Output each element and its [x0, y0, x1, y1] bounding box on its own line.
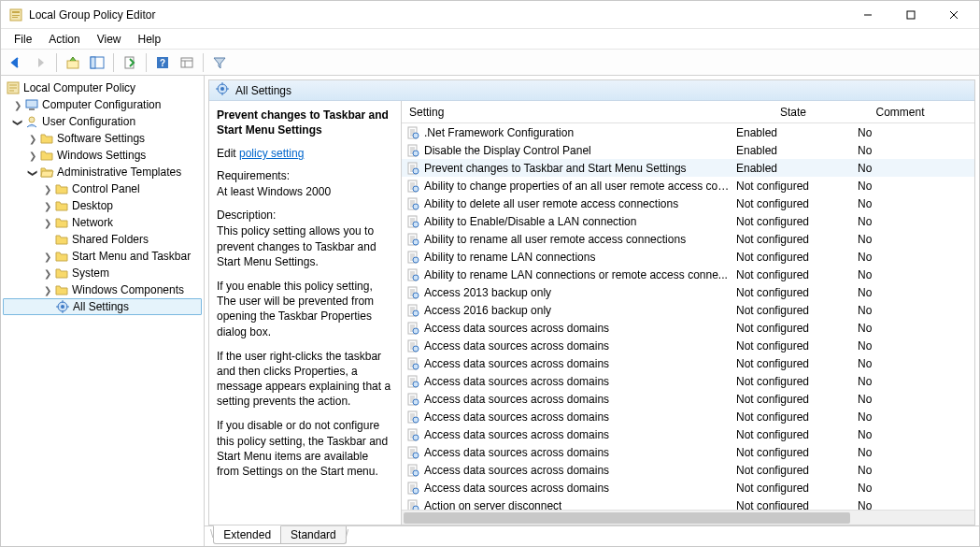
hscrollbar[interactable] — [402, 510, 974, 525]
list-item[interactable]: Ability to change properties of an all u… — [402, 177, 974, 194]
show-hide-tree-button[interactable] — [86, 51, 108, 74]
list-item[interactable]: Ability to Enable/Disable a LAN connecti… — [402, 212, 974, 230]
policy-item-icon — [405, 481, 420, 496]
setting-state: Not configured — [732, 393, 854, 406]
tree-shared-folders[interactable]: Shared Folders — [3, 231, 202, 248]
col-comment[interactable]: Comment — [854, 106, 974, 119]
policy-title: Prevent changes to Taskbar and Start Men… — [217, 108, 393, 137]
expand-icon[interactable]: ❯ — [42, 201, 53, 211]
setting-state: Not configured — [732, 197, 854, 210]
back-button[interactable] — [5, 51, 27, 74]
tree-desktop[interactable]: ❯Desktop — [3, 197, 202, 214]
tree-start-taskbar[interactable]: ❯Start Menu and Taskbar — [3, 248, 202, 265]
setting-state: Not configured — [732, 499, 854, 511]
tab-extended[interactable]: Extended — [213, 525, 281, 544]
list-item[interactable]: Prevent changes to Taskbar and Start Men… — [402, 159, 974, 177]
description-p3: If the user right-clicks the taskbar and… — [217, 349, 393, 410]
folder-icon — [39, 131, 54, 146]
col-state[interactable]: State — [732, 106, 854, 119]
tab-strip: Extended Standard — [205, 525, 979, 546]
menu-action[interactable]: Action — [41, 31, 87, 48]
list-item[interactable]: Ability to rename all user remote access… — [402, 230, 974, 248]
minimize-button[interactable] — [846, 1, 889, 29]
maximize-button[interactable] — [889, 1, 932, 29]
list-item[interactable]: .Net Framework ConfigurationEnabledNo — [402, 123, 974, 141]
list-item[interactable]: Access data sources across domainsNot co… — [402, 337, 974, 354]
expand-icon[interactable]: ❯ — [12, 100, 23, 110]
requirements-text: At least Windows 2000 — [217, 184, 393, 199]
list-item[interactable]: Access data sources across domainsNot co… — [402, 443, 974, 461]
list-item[interactable]: Access data sources across domainsNot co… — [402, 461, 974, 479]
list-item[interactable]: Access data sources across domainsNot co… — [402, 425, 974, 443]
policy-item-icon — [405, 392, 420, 407]
menu-help[interactable]: Help — [131, 31, 169, 48]
help-button[interactable]: ? — [151, 51, 174, 74]
folder-icon — [54, 282, 69, 297]
collapse-icon[interactable]: ❯ — [13, 116, 23, 127]
policy-item-icon — [405, 179, 420, 194]
list-item[interactable]: Access data sources across domainsNot co… — [402, 372, 974, 390]
setting-comment: No — [854, 482, 974, 495]
tree-user-config[interactable]: ❯ User Configuration — [3, 113, 202, 130]
tree-windows-settings[interactable]: ❯ Windows Settings — [3, 147, 202, 164]
menu-view[interactable]: View — [90, 31, 129, 48]
folder-icon — [54, 266, 69, 281]
expand-icon[interactable]: ❯ — [42, 268, 53, 279]
list-item[interactable]: Ability to delete all user remote access… — [402, 194, 974, 212]
svg-point-64 — [413, 470, 419, 476]
tree-network[interactable]: ❯Network — [3, 214, 202, 231]
details-pane: All Settings Prevent changes to Taskbar … — [205, 76, 979, 546]
tree-system[interactable]: ❯System — [3, 265, 202, 281]
settings-icon — [55, 299, 70, 314]
list-item[interactable]: Ability to rename LAN connections or rem… — [402, 266, 974, 283]
col-setting[interactable]: Setting — [402, 106, 732, 119]
svg-point-32 — [413, 186, 419, 192]
svg-rect-19 — [29, 108, 35, 110]
tree-win-components[interactable]: ❯Windows Components — [3, 281, 202, 298]
filter-button[interactable] — [208, 51, 231, 74]
menu-file[interactable]: File — [7, 31, 39, 48]
expand-icon[interactable]: ❯ — [27, 151, 38, 161]
window-title: Local Group Policy Editor — [29, 8, 846, 22]
setting-name: Ability to delete all user remote access… — [424, 197, 678, 210]
properties-button[interactable] — [176, 51, 198, 74]
list-item[interactable]: Access 2016 backup onlyNot configuredNo — [402, 301, 974, 319]
tree-root[interactable]: Local Computer Policy — [3, 79, 202, 96]
list-item[interactable]: Disable the Display Control PanelEnabled… — [402, 141, 974, 159]
collapse-icon[interactable]: ❯ — [28, 166, 38, 178]
nav-tree[interactable]: Local Computer Policy ❯ Computer Configu… — [1, 76, 205, 546]
expand-icon[interactable]: ❯ — [42, 184, 53, 194]
list-item[interactable]: Access data sources across domainsNot co… — [402, 390, 974, 408]
expand-icon[interactable]: ❯ — [42, 252, 53, 262]
hscroll-thumb[interactable] — [404, 512, 850, 524]
setting-comment: No — [854, 180, 974, 193]
up-button[interactable] — [62, 51, 84, 74]
edit-policy-link[interactable]: policy setting — [239, 147, 304, 160]
list-item[interactable]: Action on server disconnectNot configure… — [402, 497, 974, 510]
pane-header: All Settings — [209, 80, 974, 101]
expand-icon[interactable]: ❯ — [42, 285, 53, 295]
setting-comment: No — [854, 251, 974, 264]
policy-item-icon — [405, 250, 420, 265]
tree-control-panel[interactable]: ❯Control Panel — [3, 180, 202, 197]
rows-container[interactable]: .Net Framework ConfigurationEnabledNoDis… — [402, 123, 974, 510]
tree-all-settings[interactable]: All Settings — [3, 298, 202, 315]
list-item[interactable]: Access data sources across domainsNot co… — [402, 479, 974, 497]
policy-item-icon — [405, 498, 420, 511]
tree-software-settings[interactable]: ❯ Software Settings — [3, 130, 202, 147]
list-item[interactable]: Access data sources across domainsNot co… — [402, 319, 974, 337]
export-button[interactable] — [119, 51, 141, 74]
folder-icon — [39, 148, 54, 163]
close-button[interactable] — [932, 1, 975, 29]
expand-icon[interactable]: ❯ — [27, 134, 38, 144]
list-item[interactable]: Access 2013 backup onlyNot configuredNo — [402, 283, 974, 301]
expand-icon[interactable]: ❯ — [42, 218, 53, 228]
list-item[interactable]: Ability to rename LAN connectionsNot con… — [402, 248, 974, 266]
forward-button[interactable] — [29, 51, 51, 74]
svg-point-36 — [413, 222, 419, 227]
list-item[interactable]: Access data sources across domainsNot co… — [402, 354, 974, 372]
tab-standard[interactable]: Standard — [280, 526, 347, 544]
tree-computer-config[interactable]: ❯ Computer Configuration — [3, 96, 202, 113]
list-item[interactable]: Access data sources across domainsNot co… — [402, 408, 974, 425]
tree-admin-templates[interactable]: ❯ Administrative Templates — [3, 164, 202, 180]
